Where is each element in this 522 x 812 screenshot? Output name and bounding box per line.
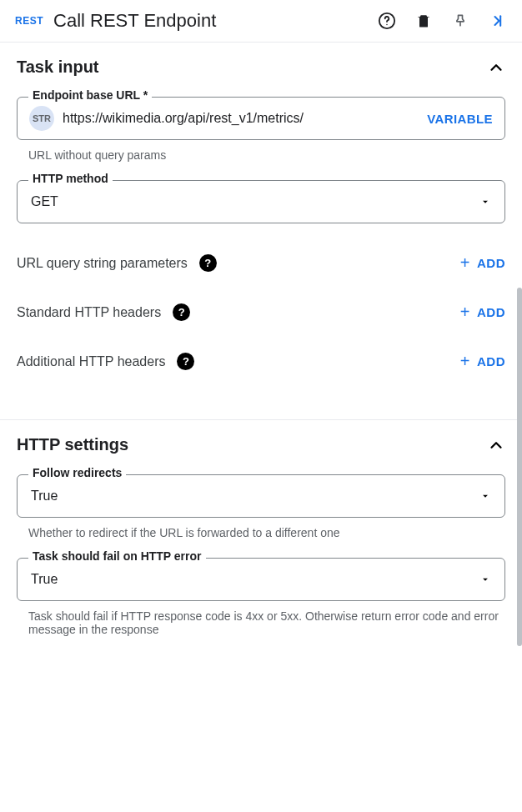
fail-on-error-field: Task should fail on HTTP error True xyxy=(17,558,505,601)
http-method-field: HTTP method GET xyxy=(17,180,505,223)
task-input-section: Task input Endpoint base URL * STR VARIA… xyxy=(0,43,522,409)
panel-header: REST Call REST Endpoint xyxy=(0,0,522,43)
http-method-label: HTTP method xyxy=(28,172,113,185)
caret-down-icon xyxy=(479,490,491,502)
plus-icon: + xyxy=(460,303,470,322)
fail-on-error-select[interactable]: True xyxy=(17,558,505,601)
fail-on-error-hint: Task should fail if HTTP response code i… xyxy=(28,609,505,636)
add-query-params-button[interactable]: + ADD xyxy=(460,253,505,273)
addl-headers-left: Additional HTTP headers ? xyxy=(17,353,194,370)
endpoint-url-field: Endpoint base URL * STR VARIABLE xyxy=(17,97,505,140)
scrollbar[interactable] xyxy=(517,288,522,646)
http-settings-header[interactable]: HTTP settings xyxy=(17,435,505,454)
query-params-label: URL query string parameters xyxy=(17,256,188,271)
endpoint-url-hint: URL without query params xyxy=(28,148,505,162)
follow-redirects-select[interactable]: True xyxy=(17,474,505,518)
variable-button[interactable]: VARIABLE xyxy=(427,112,493,126)
query-params-row: URL query string parameters ? + ADD xyxy=(17,253,505,273)
add-addl-headers-button[interactable]: + ADD xyxy=(460,352,505,371)
caret-down-icon xyxy=(479,196,491,208)
endpoint-url-label: Endpoint base URL * xyxy=(28,88,152,102)
help-icon[interactable]: ? xyxy=(173,303,190,321)
follow-redirects-field: Follow redirects True xyxy=(17,474,505,518)
query-params-left: URL query string parameters ? xyxy=(17,254,217,272)
std-headers-row: Standard HTTP headers ? + ADD xyxy=(17,303,505,322)
fail-on-error-label: Task should fail on HTTP error xyxy=(28,549,206,563)
plus-icon: + xyxy=(460,352,470,371)
rest-badge: REST xyxy=(15,15,43,27)
endpoint-url-box: STR VARIABLE xyxy=(17,97,505,140)
endpoint-url-input[interactable] xyxy=(63,111,419,126)
follow-redirects-label: Follow redirects xyxy=(28,466,126,479)
svg-point-1 xyxy=(386,24,387,25)
panel-title: Call REST Endpoint xyxy=(53,10,367,32)
add-label: ADD xyxy=(477,354,505,368)
addl-headers-label: Additional HTTP headers xyxy=(17,354,165,369)
help-icon[interactable]: ? xyxy=(199,254,217,272)
addl-headers-row: Additional HTTP headers ? + ADD xyxy=(17,352,505,371)
task-input-title: Task input xyxy=(17,58,99,77)
follow-redirects-value: True xyxy=(31,489,58,504)
delete-icon[interactable] xyxy=(414,11,434,31)
str-type-chip: STR xyxy=(29,106,54,131)
header-actions xyxy=(377,11,507,31)
caret-down-icon xyxy=(479,574,491,585)
pin-icon[interactable] xyxy=(450,11,470,31)
std-headers-left: Standard HTTP headers ? xyxy=(17,303,190,321)
http-settings-title: HTTP settings xyxy=(17,435,128,454)
follow-redirects-hint: Whether to redirect if the URL is forwar… xyxy=(28,526,505,539)
std-headers-label: Standard HTTP headers xyxy=(17,305,161,320)
chevron-up-icon xyxy=(487,436,505,454)
help-icon[interactable] xyxy=(377,11,397,31)
http-method-select[interactable]: GET xyxy=(17,180,505,223)
http-settings-section: HTTP settings Follow redirects True Whet… xyxy=(0,420,522,651)
collapse-icon[interactable] xyxy=(487,11,507,31)
help-icon[interactable]: ? xyxy=(177,353,194,370)
plus-icon: + xyxy=(460,253,470,273)
task-input-header[interactable]: Task input xyxy=(17,58,505,77)
http-method-value: GET xyxy=(31,194,58,209)
add-label: ADD xyxy=(477,256,505,270)
chevron-up-icon xyxy=(487,58,505,77)
add-std-headers-button[interactable]: + ADD xyxy=(460,303,505,322)
add-label: ADD xyxy=(477,305,505,319)
fail-on-error-value: True xyxy=(31,572,58,587)
